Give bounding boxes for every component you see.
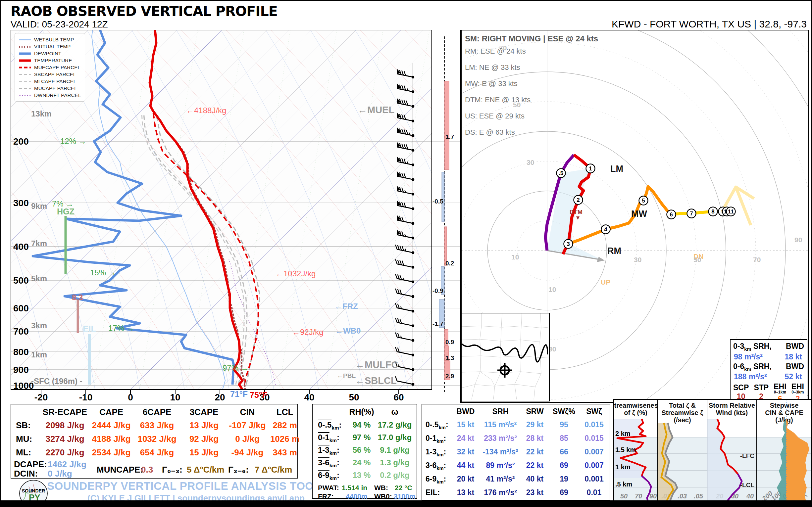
sw-zeta-value: 0.007 (585, 447, 604, 456)
thermo-header: CAPE (99, 407, 123, 417)
height-marker-label: 11 (728, 209, 734, 215)
srh-value: 115 m²/s² (484, 420, 517, 429)
muncape-label: MUNCAPE: (97, 465, 143, 475)
thermo-header: CIN (240, 407, 255, 417)
temp-tick: 0 (128, 392, 133, 402)
omega-value: 0.9 (445, 339, 454, 345)
omega-value: -0.5 (433, 198, 444, 205)
ring-label: 30 (526, 159, 534, 166)
omega-value: 1.7 (445, 133, 454, 140)
legend-label: SBCAPE PARCEL (34, 71, 76, 77)
sw-zeta-value: 0.01 (587, 488, 602, 497)
temperature-axis: -20-100102030405060 (35, 390, 404, 402)
srh-0-3-value: 98 m²/s² (734, 352, 763, 361)
mini-panel-title: (/sec) (673, 416, 691, 424)
moisture-row-label: 0-.5km: (318, 420, 342, 431)
pwat-label: PWAT: (318, 484, 339, 492)
pbl-label: ←PBL (337, 372, 356, 379)
sfc-temp-label: 75°F (250, 390, 267, 399)
legend-item-mucape: MUCAPE PARCEL (19, 85, 81, 92)
temp-tick: 10 (170, 392, 180, 402)
height-marker-label: 5 (642, 198, 645, 204)
srh-value: 89 m²/s² (486, 461, 515, 470)
mini-panel-tick: 40 (746, 493, 754, 500)
mini-panel-title: CIN & CAPE (765, 409, 803, 416)
mu-cape-el-label: ←4188J/kg (186, 106, 226, 115)
shear-header: SWζ% (553, 407, 575, 416)
rh-12-label: 12% → (60, 137, 87, 146)
shear-header: BWD (457, 407, 475, 416)
storm-motion-readout: SM: RIGHT MOVING | ESE @ 24 kts RM: ESE … (465, 33, 598, 139)
page-title: RAOB OBSERVED VERTICAL PROFILE (11, 3, 277, 19)
mini-panel-title: Storm Relative (709, 402, 755, 409)
pressure-tick: 400 (13, 241, 29, 252)
height-marker-label: 3 (567, 241, 570, 247)
srw-value: 22 kt (526, 461, 544, 470)
mixing-ratio-value: 1.3 g/kg (380, 458, 409, 467)
thermo-row-label: MU: (16, 434, 32, 444)
km-axis-label: 1.5 km (615, 446, 636, 453)
up-label: UP (601, 278, 610, 286)
sw-zeta-value: 0.001 (585, 474, 604, 484)
temp-tick: -20 (35, 392, 48, 402)
mini-panel-title: Stepwise (770, 402, 799, 409)
sw-zeta-pct-value: 69 (560, 461, 568, 470)
thermo-value: 3274 J/kg (45, 434, 84, 444)
rh-value: 56 % (353, 445, 371, 455)
bwd-0-6-value: 52 kt (785, 372, 802, 381)
hodo-trace-3-6km (568, 187, 671, 244)
shear-row-label: 0-1km: (425, 434, 446, 444)
ring-label: 90 (795, 236, 802, 243)
pressure-tick: 300 (13, 198, 29, 208)
rh-value: 13 % (353, 470, 371, 480)
sw-zeta-pct-value: 69 (560, 488, 568, 497)
mixing-ratio-value: 0.2 g/kg (380, 470, 409, 480)
km-axis-label: .5 km (615, 481, 632, 488)
thermo-header: 6CAPE (143, 407, 171, 417)
cape3-label: ←92J/kg (292, 328, 323, 337)
mini-panels: Streamwisenessof ζ (%)5070902 km1.5 km1 … (613, 399, 812, 500)
gamma-3-6-value: 7 Δ°C/km (255, 465, 292, 475)
gamma-0-3-value: 5 Δ°C/km (187, 465, 224, 475)
temp-tick: 20 (215, 392, 225, 402)
height-marker-label: 7 (690, 211, 693, 217)
temp-tick: 50 (349, 392, 359, 402)
frz-value: 4400m (346, 493, 367, 500)
sw-zeta-pct-value: 19 (560, 474, 568, 484)
sfc-dewpoint-label: 71°F (230, 390, 248, 399)
height-marker-label: 8 (711, 209, 714, 215)
wb0-label: WB0: (374, 493, 392, 500)
moisture-stats-box: RH(%)ω0-.5km:94 %17.2 g/kg0-1km:97 %17.0… (312, 404, 417, 499)
legend-swatch-virtual-temp (19, 45, 31, 48)
thermo-value: 92 J/kg (190, 434, 218, 444)
omega-value: 2.9 (445, 373, 454, 380)
srh-bwd-inset: 0-3km SRH, BWD 98 m²/s² 18 kt 0-6km SRH,… (730, 339, 807, 399)
thermo-value: 2270 J/kg (45, 447, 84, 458)
sw-zeta-pct-value: 66 (560, 447, 568, 456)
thermo-value: 2534 J/kg (92, 447, 131, 458)
thermo-value: 343 m (272, 447, 297, 458)
mixing-ratio-value: 17.2 g/kg (378, 420, 412, 430)
height-tick: 13km (31, 109, 51, 118)
storm-motion-arrowhead (597, 257, 605, 262)
dtm-label: DTM (570, 209, 582, 216)
bwd-value: 15 kt (457, 420, 474, 429)
rh-value: 24 % (353, 458, 371, 467)
wb0-value: 3100m (394, 493, 415, 500)
sblcl-label: ←SBLCL (355, 375, 397, 386)
thermo-value: 633 J/kg (140, 420, 174, 431)
srh-value: -134 m²/s² (483, 447, 518, 456)
mw-line: MW: E @ 33 kts (465, 77, 598, 90)
wb0-label: ←WB0 (335, 326, 361, 335)
thermo-value: 0 J/kg (235, 434, 260, 444)
dtm-marker (576, 216, 579, 220)
mini-panel-title: Streamwiseness (613, 402, 658, 409)
shear-header: SRW (526, 407, 544, 416)
rh-15-label: 15% → (90, 268, 116, 277)
eil-label: EIL (83, 324, 96, 334)
legend-swatch-muecape (19, 66, 31, 69)
legend-label: TEMPERATURE (34, 58, 72, 63)
bwd-header-2: BWD (786, 362, 804, 372)
station-id: KFWD - FORT WORTH, TX US | 32.8, -97.3 (612, 18, 807, 30)
stepwise-cape-area (786, 418, 809, 501)
